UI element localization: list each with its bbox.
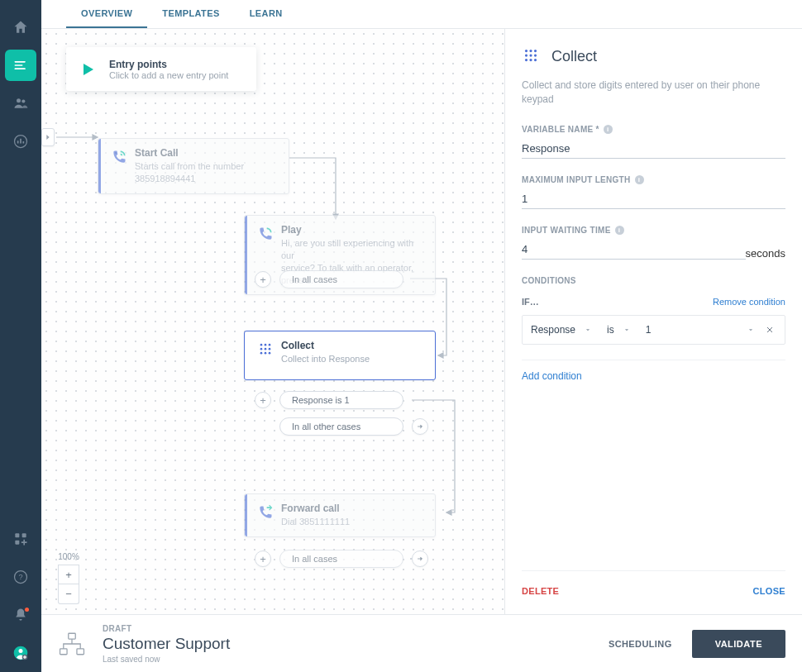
top-tabs: OVERVIEW TEMPLATES LEARN [41, 0, 802, 29]
svg-point-18 [269, 344, 271, 346]
node-play-pills: + In all cases [255, 270, 403, 288]
zoom-in-button[interactable]: + [58, 565, 79, 584]
condition-row: Response is 1 [522, 315, 785, 345]
pill-in-all-cases[interactable]: In all cases [279, 550, 403, 568]
tab-templates[interactable]: TEMPLATES [147, 0, 234, 28]
footer-bar: DRAFT Customer Support Last saved now SC… [41, 614, 802, 672]
panel-title: Collect [551, 48, 597, 65]
condition-operator-select[interactable]: is [607, 324, 631, 336]
node-sub: Dial 3851111111 [281, 516, 425, 528]
node-collect[interactable]: Collect Collect into Response [244, 331, 436, 380]
svg-point-17 [265, 344, 267, 346]
svg-point-1 [21, 99, 25, 102]
notification-dot [25, 608, 29, 612]
node-title: Collect [281, 340, 425, 351]
pill-in-all-other-cases[interactable]: In all other cases [279, 417, 403, 436]
close-button[interactable]: CLOSE [753, 586, 785, 596]
node-start-call[interactable]: Start Call Starts call from the number38… [98, 138, 289, 194]
call-forward-icon [257, 504, 274, 521]
node-forward-call[interactable]: Forward call Dial 3851111111 [244, 493, 436, 537]
nav-apps[interactable] [5, 523, 36, 555]
svg-rect-3 [15, 533, 19, 537]
pill-response-is-1[interactable]: Response is 1 [279, 391, 403, 409]
nav-notifications[interactable] [5, 599, 36, 631]
entry-sub: Click to add a new entry point [109, 70, 228, 80]
delete-button[interactable]: DELETE [522, 586, 559, 596]
svg-point-19 [260, 348, 263, 350]
input-waiting-time-label: INPUT WAITING TIMEi [522, 226, 785, 235]
validate-button[interactable]: VALIDATE [692, 630, 785, 658]
svg-point-20 [265, 348, 267, 350]
dialpad-icon [522, 47, 540, 65]
svg-rect-34 [69, 633, 76, 639]
properties-panel: Collect Collect and store digits entered… [504, 29, 802, 614]
svg-point-23 [265, 352, 267, 355]
svg-point-16 [260, 344, 263, 346]
add-branch-button[interactable]: + [255, 392, 271, 408]
svg-rect-35 [60, 648, 68, 654]
info-icon[interactable]: i [635, 175, 644, 184]
scheduling-button[interactable]: SCHEDULING [609, 639, 672, 649]
nav-home[interactable] [5, 12, 36, 43]
entry-title: Entry points [109, 59, 228, 70]
info-icon[interactable]: i [615, 226, 624, 235]
flow-status: DRAFT [103, 624, 609, 633]
variable-name-input[interactable] [522, 139, 785, 159]
add-branch-button[interactable]: + [255, 271, 271, 288]
svg-point-0 [17, 98, 21, 102]
svg-point-33 [534, 59, 537, 61]
nav-analytics[interactable] [5, 126, 36, 157]
call-play-icon [257, 226, 274, 242]
node-title: Forward call [281, 503, 425, 514]
flow-name: Customer Support [103, 635, 609, 653]
help-icon: ? [12, 569, 29, 585]
zoom-out-button[interactable]: − [58, 584, 79, 604]
left-nav-rail: ? [0, 0, 41, 672]
add-branch-button[interactable]: + [255, 550, 271, 567]
svg-marker-14 [438, 353, 443, 358]
close-icon [765, 325, 775, 335]
remove-condition-button[interactable] [763, 325, 776, 335]
remove-condition-link[interactable]: Remove condition [713, 297, 785, 307]
dialpad-icon [257, 341, 274, 358]
entry-points-card[interactable]: Entry points Click to add a new entry po… [66, 47, 256, 91]
add-condition-link[interactable]: Add condition [522, 360, 785, 382]
flow-icon [12, 57, 29, 74]
nav-account[interactable] [5, 637, 36, 669]
node-collect-pills-2: In all other cases [279, 417, 428, 436]
flow-saved: Last saved now [103, 655, 609, 664]
max-input-length-input[interactable] [522, 189, 785, 209]
nav-people[interactable] [5, 88, 36, 119]
chevron-down-icon [747, 326, 755, 334]
svg-point-9 [19, 649, 23, 653]
call-start-icon [111, 149, 127, 165]
svg-marker-15 [446, 510, 451, 515]
play-icon [78, 60, 98, 79]
input-waiting-time-input[interactable] [522, 240, 746, 260]
panel-description: Collect and store digits entered by user… [522, 79, 785, 107]
svg-point-26 [529, 50, 532, 52]
flow-chart-icon [58, 631, 86, 656]
conditions-label: CONDITIONS [522, 276, 785, 285]
continue-button[interactable] [412, 550, 428, 567]
pill-in-all-cases[interactable]: In all cases [279, 270, 403, 288]
people-icon [12, 95, 29, 112]
entry-connector-stub[interactable] [41, 128, 55, 146]
node-title: Play [281, 224, 425, 236]
flow-canvas[interactable]: Entry points Click to add a new entry po… [41, 29, 504, 614]
continue-button[interactable] [412, 418, 428, 435]
svg-point-24 [269, 352, 271, 355]
tab-overview[interactable]: OVERVIEW [66, 0, 147, 28]
info-icon[interactable]: i [604, 125, 613, 134]
nav-help[interactable]: ? [5, 561, 36, 593]
nav-flow[interactable] [5, 50, 36, 81]
condition-value-select[interactable]: 1 [646, 324, 755, 336]
condition-variable-select[interactable]: Response [531, 324, 592, 336]
node-sub: Collect into Response [281, 353, 425, 365]
zoom-control: 100% + − [58, 552, 79, 604]
svg-point-22 [260, 352, 263, 355]
svg-point-30 [534, 55, 537, 57]
node-forward-pills: + In all cases [255, 550, 428, 568]
tab-learn[interactable]: LEARN [235, 0, 298, 28]
waiting-time-unit: seconds [746, 247, 785, 260]
